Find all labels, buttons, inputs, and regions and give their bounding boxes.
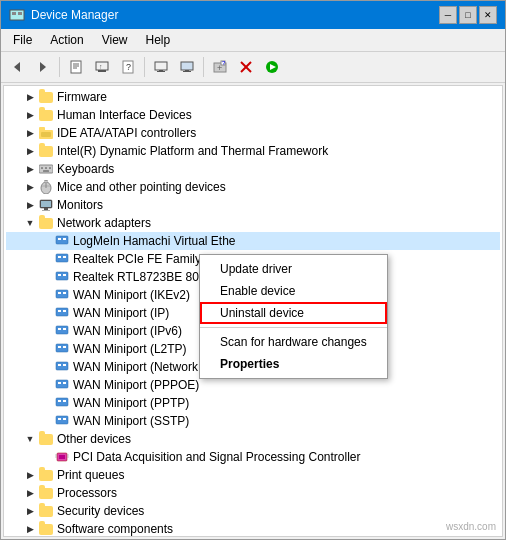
svg-marker-4 <box>40 62 46 72</box>
add-button[interactable]: + ? <box>208 55 232 79</box>
svg-rect-73 <box>56 398 68 406</box>
tree-item-wan-sstp[interactable]: ▶ WAN Miniport (SSTP) <box>6 412 500 430</box>
label-wan-ikev2: WAN Miniport (IKEv2) <box>73 288 190 302</box>
menu-view[interactable]: View <box>94 31 136 49</box>
tree-item-pci[interactable]: ▶ PCI Data Acquisition and Signal Proces… <box>6 448 500 466</box>
label-wan-pptp: WAN Miniport (PPTP) <box>73 396 189 410</box>
keyboard-icon <box>38 162 54 176</box>
folder-icon-network <box>38 216 54 230</box>
svg-rect-76 <box>56 416 68 424</box>
svg-rect-58 <box>56 308 68 316</box>
label-wan-l2tp: WAN Miniport (L2TP) <box>73 342 187 356</box>
tree-item-firmware[interactable]: ▶ Firmware <box>6 88 500 106</box>
monitor-icon <box>38 198 54 212</box>
tree-item-security[interactable]: ▶ Security devices <box>6 502 500 520</box>
help-button[interactable]: ? <box>116 55 140 79</box>
label-keyboards: Keyboards <box>57 162 114 176</box>
tree-item-ide[interactable]: ▶ IDE ATA/ATAPI controllers <box>6 124 500 142</box>
svg-rect-2 <box>18 12 22 15</box>
label-print: Print queues <box>57 468 124 482</box>
tree-item-keyboards[interactable]: ▶ Keyboards <box>6 160 500 178</box>
expand-security[interactable]: ▶ <box>22 506 38 516</box>
tree-item-intel[interactable]: ▶ Intel(R) Dynamic Platform and Thermal … <box>6 142 500 160</box>
ctx-scan-hardware[interactable]: Scan for hardware changes <box>200 331 387 353</box>
tree-item-print[interactable]: ▶ Print queues <box>6 466 500 484</box>
tree-item-processors[interactable]: ▶ Processors <box>6 484 500 502</box>
svg-text:?: ? <box>126 62 131 72</box>
svg-rect-42 <box>42 210 50 211</box>
svg-rect-54 <box>63 274 66 276</box>
svg-rect-74 <box>58 400 61 402</box>
network-icon-wan-pptp <box>54 396 70 410</box>
content-area: ▶ Firmware ▶ Human Interface Devices ▶ <box>3 85 503 537</box>
tree-item-network[interactable]: ▼ Network adapters <box>6 214 500 232</box>
expand-hid[interactable]: ▶ <box>22 110 38 120</box>
menu-action[interactable]: Action <box>42 31 91 49</box>
monitor-button-1[interactable] <box>149 55 173 79</box>
svg-rect-69 <box>63 364 66 366</box>
svg-rect-35 <box>43 170 49 172</box>
svg-rect-64 <box>56 344 68 352</box>
menu-file[interactable]: File <box>5 31 40 49</box>
remove-button[interactable] <box>234 55 258 79</box>
label-mice: Mice and other pointing devices <box>57 180 226 194</box>
label-processors: Processors <box>57 486 117 500</box>
expand-other[interactable]: ▼ <box>22 434 38 444</box>
network-icon-logmein <box>54 234 70 248</box>
svg-rect-57 <box>63 292 66 294</box>
menu-help[interactable]: Help <box>138 31 179 49</box>
tree-item-other[interactable]: ▼ Other devices <box>6 430 500 448</box>
svg-marker-3 <box>14 62 20 72</box>
minimize-button[interactable]: ─ <box>439 6 457 24</box>
tree-item-logmein[interactable]: ▶ LogMeIn Hamachi Virtual Ethe <box>6 232 500 250</box>
expand-network[interactable]: ▼ <box>22 218 38 228</box>
tree-item-mice[interactable]: ▶ Mice and other pointing devices <box>6 178 500 196</box>
update-button[interactable]: ↑ <box>90 55 114 79</box>
ctx-properties[interactable]: Properties <box>200 353 387 375</box>
expand-keyboards[interactable]: ▶ <box>22 164 38 174</box>
ctx-separator <box>200 327 387 328</box>
forward-button[interactable] <box>31 55 55 79</box>
expand-ide[interactable]: ▶ <box>22 128 38 138</box>
tree-item-monitors[interactable]: ▶ Monitors <box>6 196 500 214</box>
ctx-enable-device[interactable]: Enable device <box>200 280 387 302</box>
svg-rect-75 <box>63 400 66 402</box>
tree-item-wan-pptp[interactable]: ▶ WAN Miniport (PPTP) <box>6 394 500 412</box>
expand-monitors[interactable]: ▶ <box>22 200 38 210</box>
expand-mice[interactable]: ▶ <box>22 182 38 192</box>
maximize-button[interactable]: □ <box>459 6 477 24</box>
expand-software[interactable]: ▶ <box>22 524 38 534</box>
folder-icon-other <box>38 432 54 446</box>
label-software: Software components <box>57 522 173 536</box>
folder-icon-ide <box>38 126 54 140</box>
expand-intel[interactable]: ▶ <box>22 146 38 156</box>
toolbar-separator-1 <box>59 57 60 77</box>
svg-rect-40 <box>41 201 51 207</box>
tree-item-hid[interactable]: ▶ Human Interface Devices <box>6 106 500 124</box>
svg-rect-16 <box>157 71 165 72</box>
monitor-button-2[interactable] <box>175 55 199 79</box>
expand-print[interactable]: ▶ <box>22 470 38 480</box>
svg-rect-68 <box>58 364 61 366</box>
folder-icon-hid <box>38 108 54 122</box>
svg-rect-19 <box>183 71 191 72</box>
back-button[interactable] <box>5 55 29 79</box>
go-button[interactable] <box>260 55 284 79</box>
svg-rect-32 <box>41 167 43 169</box>
ctx-uninstall-device[interactable]: Uninstall device <box>200 302 387 324</box>
window-controls: ─ □ ✕ <box>439 6 497 24</box>
svg-rect-56 <box>58 292 61 294</box>
svg-rect-50 <box>58 256 61 258</box>
svg-rect-14 <box>155 62 167 70</box>
ctx-update-driver[interactable]: Update driver <box>200 258 387 280</box>
expand-processors[interactable]: ▶ <box>22 488 38 498</box>
tree-item-software[interactable]: ▶ Software components <box>6 520 500 536</box>
label-logmein: LogMeIn Hamachi Virtual Ethe <box>73 234 236 248</box>
svg-rect-72 <box>63 382 66 384</box>
expand-firmware[interactable]: ▶ <box>22 92 38 102</box>
properties-button[interactable] <box>64 55 88 79</box>
label-wan-ip: WAN Miniport (IP) <box>73 306 169 320</box>
folder-icon-intel <box>38 144 54 158</box>
svg-rect-52 <box>56 272 68 280</box>
close-button[interactable]: ✕ <box>479 6 497 24</box>
